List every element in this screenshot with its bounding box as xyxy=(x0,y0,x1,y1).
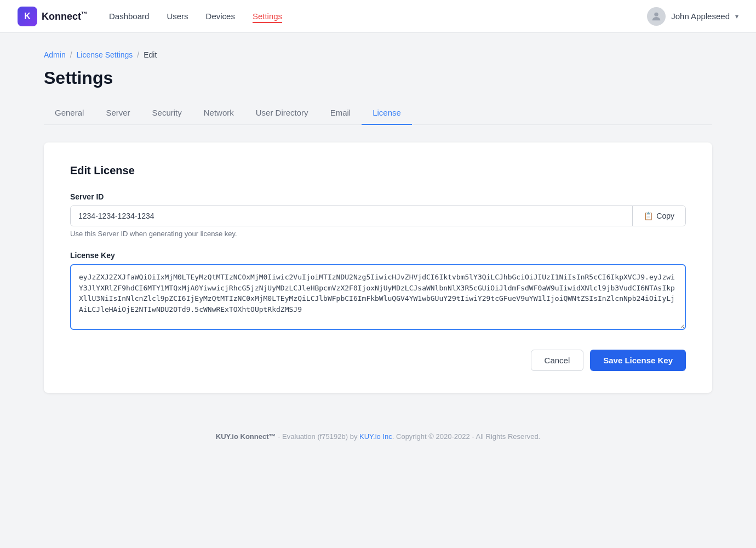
tab-general[interactable]: General xyxy=(44,101,95,125)
tab-network[interactable]: Network xyxy=(193,101,245,125)
cancel-button[interactable]: Cancel xyxy=(531,350,584,371)
user-name: John Appleseed xyxy=(671,12,730,21)
footer: KUY.io Konnect™ - Evaluation (f75192b) b… xyxy=(0,410,756,452)
nav-item-dashboard[interactable]: Dashboard xyxy=(109,12,149,21)
navbar-left: K Konnect™ Dashboard Users Devices Setti… xyxy=(18,7,282,26)
copy-icon: 📋 xyxy=(644,212,653,220)
copy-label: Copy xyxy=(656,212,674,220)
page-title: Settings xyxy=(44,68,712,88)
tab-server[interactable]: Server xyxy=(95,101,141,125)
nav-item-users[interactable]: Users xyxy=(167,12,188,21)
chevron-down-icon: ▾ xyxy=(735,13,738,20)
user-menu[interactable]: John Appleseed ▾ xyxy=(647,7,738,26)
breadcrumb-sep-2: / xyxy=(137,50,139,59)
nav-item-devices[interactable]: Devices xyxy=(206,12,235,21)
server-id-input[interactable] xyxy=(71,206,632,226)
server-id-hint: Use this Server ID when generating your … xyxy=(70,230,686,238)
navbar: K Konnect™ Dashboard Users Devices Setti… xyxy=(0,0,756,33)
license-key-label: License Key xyxy=(70,251,686,260)
breadcrumb-license-settings[interactable]: License Settings xyxy=(77,50,133,59)
nav-item-settings[interactable]: Settings xyxy=(253,12,282,21)
svg-point-0 xyxy=(655,12,658,16)
tab-security[interactable]: Security xyxy=(141,101,193,125)
footer-link[interactable]: KUY.io Inc xyxy=(359,432,392,441)
footer-brand: KUY.io Konnect™ xyxy=(216,432,276,441)
card-title: Edit License xyxy=(70,164,686,177)
tab-user-directory[interactable]: User Directory xyxy=(245,101,319,125)
brand-name: Konnect™ xyxy=(42,10,87,22)
server-id-row: 📋 Copy xyxy=(70,206,686,226)
footer-text: KUY.io Konnect™ - Evaluation (f75192b) b… xyxy=(216,432,540,441)
tab-email[interactable]: Email xyxy=(319,101,362,125)
edit-license-card: Edit License Server ID 📋 Copy Use this S… xyxy=(44,142,712,393)
server-id-label: Server ID xyxy=(70,192,686,201)
breadcrumb: Admin / License Settings / Edit xyxy=(44,50,712,59)
save-button[interactable]: Save License Key xyxy=(590,350,686,371)
breadcrumb-admin[interactable]: Admin xyxy=(44,50,66,59)
copy-button[interactable]: 📋 Copy xyxy=(632,206,685,226)
nav-links: Dashboard Users Devices Settings xyxy=(109,12,282,21)
tab-license[interactable]: License xyxy=(362,101,412,125)
tabs: General Server Security Network User Dir… xyxy=(44,101,712,125)
license-key-group: License Key xyxy=(70,251,686,332)
form-actions: Cancel Save License Key xyxy=(70,350,686,371)
main-content: Admin / License Settings / Edit Settings… xyxy=(0,33,756,410)
logo[interactable]: K Konnect™ xyxy=(18,7,87,26)
breadcrumb-sep-1: / xyxy=(70,50,72,59)
breadcrumb-edit: Edit xyxy=(144,50,157,59)
avatar xyxy=(647,7,666,26)
license-key-textarea[interactable] xyxy=(70,264,686,330)
server-id-group: Server ID 📋 Copy Use this Server ID when… xyxy=(70,192,686,238)
logo-icon: K xyxy=(18,7,37,26)
